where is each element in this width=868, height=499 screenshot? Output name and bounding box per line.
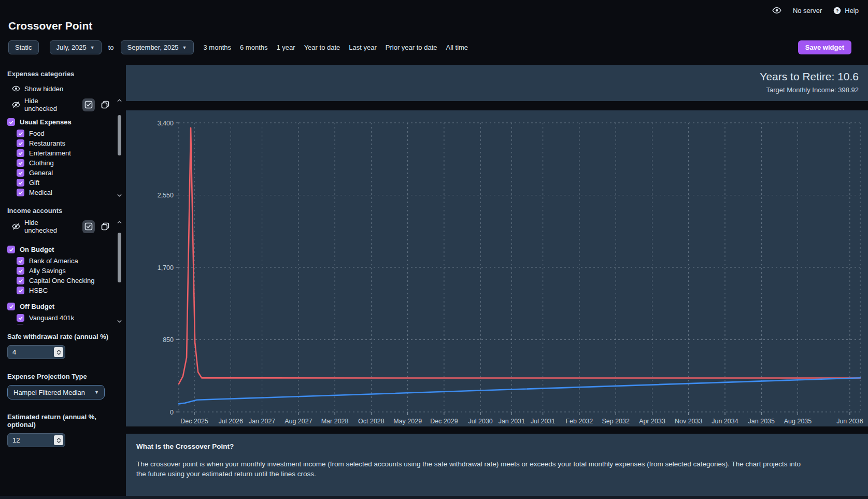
x-axis-label: Jan 2035 bbox=[748, 418, 775, 425]
checkbox-checked-icon[interactable] bbox=[17, 314, 24, 322]
account-row-capital-one-checking[interactable]: Capital One Checking bbox=[17, 276, 111, 286]
checkbox-checked-icon[interactable] bbox=[17, 149, 24, 157]
range-link-6-months[interactable]: 6 months bbox=[239, 44, 268, 51]
help-button[interactable]: ? Help bbox=[833, 7, 859, 15]
target-monthly-income-value: Target Monthly Income: 398.92 bbox=[126, 86, 859, 94]
from-month-select[interactable]: July, 2025 ▼ bbox=[50, 40, 102, 54]
x-axis-label: Jan 2031 bbox=[499, 418, 525, 425]
scroll-up-icon[interactable] bbox=[117, 219, 122, 225]
checkbox-checked-icon[interactable] bbox=[17, 169, 24, 177]
checkbox-checked-icon[interactable] bbox=[7, 303, 15, 310]
account-row-vanguard-401k[interactable]: Vanguard 401k bbox=[17, 313, 111, 323]
checkbox-checked-icon[interactable] bbox=[17, 139, 24, 147]
x-axis-label: Nov 2033 bbox=[675, 418, 703, 425]
horizontal-scrollbar[interactable] bbox=[0, 496, 868, 499]
checkbox-checked-icon[interactable] bbox=[17, 179, 24, 187]
number-stepper-icon[interactable] bbox=[54, 347, 63, 357]
hide-unchecked-toggle[interactable]: Hide unchecked bbox=[24, 219, 71, 234]
category-label: General bbox=[29, 169, 53, 177]
svg-text:?: ? bbox=[836, 8, 839, 13]
range-link-year-to-date[interactable]: Year to date bbox=[303, 44, 341, 51]
list-item-partial[interactable] bbox=[17, 324, 24, 324]
expenses-scrollbar[interactable] bbox=[116, 97, 123, 198]
account-row-bank-of-america[interactable]: Bank of America bbox=[17, 256, 111, 266]
save-widget-button[interactable]: Save widget bbox=[798, 40, 851, 54]
checkbox-checked-icon[interactable] bbox=[7, 118, 15, 126]
category-row-gift[interactable]: Gift bbox=[17, 178, 111, 188]
chevron-down-icon: ▼ bbox=[182, 45, 187, 50]
toolbar: Static July, 2025 ▼ to September, 2025 ▼… bbox=[0, 40, 868, 54]
scroll-down-icon[interactable] bbox=[117, 318, 122, 324]
eye-off-icon bbox=[12, 101, 20, 109]
server-status[interactable]: No server bbox=[793, 7, 822, 15]
about-title: What is the Crossover Point? bbox=[136, 443, 858, 450]
scrollbar-thumb[interactable] bbox=[118, 115, 121, 155]
category-row-restaurants[interactable]: Restaurants bbox=[17, 138, 111, 148]
checkbox-checked-icon[interactable] bbox=[17, 287, 24, 294]
account-row-hsbc[interactable]: HSBC bbox=[17, 286, 111, 295]
scrollbar-track[interactable] bbox=[116, 104, 123, 192]
deselect-all-button[interactable] bbox=[99, 98, 111, 111]
top-bar: No server ? Help bbox=[0, 0, 868, 16]
show-hidden-toggle[interactable]: Show hidden bbox=[12, 84, 126, 93]
range-link-3-months[interactable]: 3 months bbox=[203, 44, 232, 51]
accounts-scrollbar[interactable] bbox=[116, 219, 123, 324]
checkbox-checked-icon[interactable] bbox=[17, 267, 24, 275]
to-month-label: September, 2025 bbox=[127, 44, 179, 51]
scroll-down-icon[interactable] bbox=[117, 192, 122, 198]
category-row-entertainment[interactable]: Entertainment bbox=[17, 148, 111, 158]
category-row-food[interactable]: Food bbox=[17, 129, 111, 138]
expenses-list-region: Hide unchecked Usual Expenses bbox=[7, 97, 126, 198]
stacked-squares-icon bbox=[101, 101, 109, 109]
scrollbar-track[interactable] bbox=[116, 225, 123, 318]
mode-button[interactable]: Static bbox=[8, 40, 39, 54]
checkbox-checked-icon[interactable] bbox=[17, 257, 24, 265]
select-all-button[interactable] bbox=[82, 98, 95, 111]
range-link-1-year[interactable]: 1 year bbox=[276, 44, 296, 51]
x-axis-label: Jul 2030 bbox=[468, 418, 493, 425]
checkbox-checked-icon[interactable] bbox=[17, 159, 24, 167]
page-title: Crossover Point bbox=[8, 20, 868, 32]
category-row-savings-partial[interactable]: Savings bbox=[17, 197, 111, 198]
x-axis-label: Jul 2026 bbox=[219, 418, 243, 425]
x-axis-label: Jun 2034 bbox=[712, 418, 738, 425]
range-link-prior-year-to-date[interactable]: Prior year to date bbox=[385, 44, 438, 51]
category-row-general[interactable]: General bbox=[17, 168, 111, 178]
range-link-last-year[interactable]: Last year bbox=[348, 44, 377, 51]
range-link-all-time[interactable]: All time bbox=[445, 44, 469, 51]
to-month-select[interactable]: September, 2025 ▼ bbox=[121, 40, 194, 54]
checkbox-checked-icon[interactable] bbox=[17, 189, 24, 196]
category-row-medical[interactable]: Medical bbox=[17, 188, 111, 197]
number-stepper-icon[interactable] bbox=[54, 435, 63, 445]
category-label: Restaurants bbox=[29, 139, 65, 147]
privacy-eye-icon[interactable] bbox=[772, 6, 781, 15]
scroll-up-icon[interactable] bbox=[117, 97, 122, 104]
category-row-clothing[interactable]: Clothing bbox=[17, 158, 111, 168]
check-square-icon bbox=[84, 222, 93, 231]
checkbox-checked-icon[interactable] bbox=[17, 130, 24, 137]
about-section: What is the Crossover Point? The crossov… bbox=[126, 434, 868, 496]
checkbox-checked-icon[interactable] bbox=[7, 246, 15, 253]
y-axis-label: 3,400 bbox=[158, 120, 174, 127]
select-all-button[interactable] bbox=[82, 220, 95, 233]
x-axis-label: May 2029 bbox=[393, 418, 422, 425]
category-label: Medical bbox=[29, 189, 52, 196]
category-label: Entertainment bbox=[29, 149, 71, 157]
account-group-on-budget[interactable]: On Budget bbox=[7, 245, 111, 254]
scrollbar-thumb[interactable] bbox=[118, 233, 121, 282]
x-axis-label: Dec 2029 bbox=[430, 418, 458, 425]
account-label: HSBC bbox=[29, 287, 48, 294]
x-axis-label: Jun 2036 bbox=[836, 418, 863, 425]
expenses-category-list: Usual Expenses Food Restaurants Entertai… bbox=[7, 116, 111, 198]
hide-unchecked-toggle[interactable]: Hide unchecked bbox=[24, 97, 71, 112]
show-hidden-label: Show hidden bbox=[24, 85, 63, 93]
projection-type-select[interactable]: Hampel Filtered Median ▼ bbox=[7, 385, 105, 400]
group-label: Off Budget bbox=[20, 303, 54, 310]
deselect-all-button[interactable] bbox=[99, 220, 111, 233]
y-axis-label: 850 bbox=[163, 336, 174, 344]
account-row-ally-savings[interactable]: Ally Savings bbox=[17, 266, 111, 276]
checkbox-checked-icon[interactable] bbox=[17, 277, 24, 284]
account-group-off-budget[interactable]: Off Budget bbox=[7, 302, 111, 311]
expenses-categories-heading: Expenses categories bbox=[7, 70, 126, 78]
category-group-usual-expenses[interactable]: Usual Expenses bbox=[7, 117, 111, 127]
